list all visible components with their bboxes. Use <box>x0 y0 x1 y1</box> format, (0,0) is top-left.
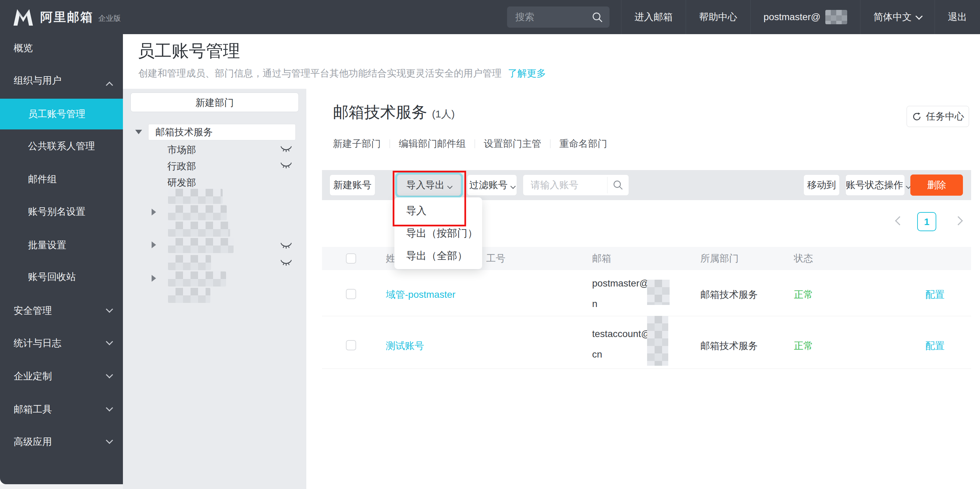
task-center-label: 任务中心 <box>926 110 964 123</box>
row-checkbox[interactable] <box>346 340 356 350</box>
filter-label: 过滤账号 <box>469 180 508 190</box>
account-toolbar: 新建账号 导入导出 过滤账号 移动到 账号状态操作 删除 <box>322 170 971 200</box>
account-search-button[interactable] <box>607 177 628 193</box>
logout-label: 退出 <box>948 0 967 34</box>
filter-accounts-button[interactable]: 过滤账号 <box>467 175 517 196</box>
chevron-down-icon <box>510 184 515 189</box>
tree-expander-closed-icon[interactable] <box>152 209 156 215</box>
prev-page-icon[interactable] <box>895 216 904 225</box>
column-header-empno: 工号 <box>486 247 505 270</box>
sidebar-item-employee-accounts[interactable]: 员工账号管理 <box>0 99 123 129</box>
sidebar-item-stats-logs[interactable]: 统计与日志 <box>0 335 123 351</box>
sidebar-item-recycle-bin[interactable]: 账号回收站 <box>0 269 123 285</box>
divider <box>475 139 475 148</box>
sidebar-item-alias-settings[interactable]: 账号别名设置 <box>0 204 123 220</box>
top-bar: 阿里邮箱 企业版 进入邮箱 帮助中心 postmaster@ 简体中文 退出 <box>0 0 980 34</box>
sidebar-item-label: 员工账号管理 <box>28 99 85 129</box>
logout-link[interactable]: 退出 <box>935 0 980 34</box>
task-center-button[interactable]: 任务中心 <box>907 106 969 127</box>
chevron-down-icon <box>915 12 923 19</box>
pagination: 1 <box>887 212 975 231</box>
tree-node-redacted[interactable] <box>168 288 210 303</box>
tree-node-redacted[interactable] <box>168 189 223 204</box>
brand-logo: 阿里邮箱 企业版 <box>12 8 121 27</box>
sidebar-item-mail-tools[interactable]: 邮箱工具 <box>0 401 123 417</box>
tree-node-redacted[interactable] <box>168 271 226 287</box>
page-header: 员工账号管理 创建和管理成员、部门信息，通过与管理平台其他功能结合实现更灵活安全… <box>123 34 980 89</box>
email-line1: postmaster@ <box>592 278 649 289</box>
account-name-link[interactable]: 域管-postmaster <box>386 288 455 301</box>
tree-node-rnd[interactable]: 研发部 <box>167 175 196 191</box>
account-name-link[interactable]: 测试账号 <box>386 339 424 352</box>
tree-expander-open-icon[interactable] <box>135 130 142 134</box>
configure-link[interactable]: 配置 <box>925 339 945 352</box>
brand-name: 阿里邮箱 <box>40 9 94 25</box>
new-account-button[interactable]: 新建账号 <box>329 175 375 196</box>
language-menu[interactable]: 简体中文 <box>860 0 935 34</box>
chevron-up-icon <box>106 81 113 89</box>
tree-expander-closed-icon[interactable] <box>152 241 156 248</box>
search-icon[interactable] <box>592 12 603 23</box>
sidebar-item-label: 邮箱工具 <box>14 401 52 417</box>
learn-more-link[interactable]: 了解更多 <box>508 68 546 78</box>
delete-button[interactable]: 删除 <box>910 175 963 196</box>
sidebar-item-label: 账号别名设置 <box>28 204 85 220</box>
account-search[interactable] <box>523 175 629 196</box>
help-center-link[interactable]: 帮助中心 <box>686 0 750 34</box>
sidebar-item-org-users[interactable]: 组织与用户 <box>0 72 123 89</box>
next-page-icon[interactable] <box>954 216 963 225</box>
page-subtitle-text: 创建和管理成员、部门信息，通过与管理平台其他功能结合实现更灵活安全的用户管理 <box>138 68 502 78</box>
tree-node-redacted[interactable] <box>168 255 211 270</box>
tree-node-marketing[interactable]: 市场部 <box>167 142 196 158</box>
eye-closed-icon <box>281 145 292 153</box>
tree-node-redacted[interactable] <box>168 238 234 253</box>
tree-node-admin[interactable]: 行政部 <box>167 158 196 175</box>
action-new-subdept[interactable]: 新建子部门 <box>333 137 381 150</box>
search-icon <box>612 180 624 191</box>
account-label: postmaster@ <box>764 0 821 34</box>
sidebar-item-public-contacts[interactable]: 公共联系人管理 <box>0 138 123 155</box>
select-all-checkbox[interactable] <box>346 253 356 264</box>
language-label: 简体中文 <box>873 0 912 34</box>
tree-node-root-selected[interactable]: 邮箱技术服务 <box>148 124 296 140</box>
eye-closed-icon <box>281 162 292 169</box>
dept-cell: 邮箱技术服务 <box>700 339 758 352</box>
sidebar-item-mail-groups[interactable]: 邮件组 <box>0 171 123 188</box>
sidebar-item-label: 批量设置 <box>28 237 66 253</box>
move-to-button[interactable]: 移动到 <box>803 175 840 196</box>
sidebar-item-overview[interactable]: 概览 <box>0 40 123 56</box>
tree-node-redacted[interactable] <box>168 205 227 220</box>
account-status-ops-button[interactable]: 账号状态操作 <box>845 175 905 196</box>
account-search-input[interactable] <box>523 175 605 195</box>
status-badge: 正常 <box>794 339 813 352</box>
sidebar-item-batch-settings[interactable]: 批量设置 <box>0 237 123 253</box>
column-header-status: 状态 <box>794 247 813 270</box>
alimail-m-icon <box>12 8 34 27</box>
sidebar-item-advanced-apps[interactable]: 高级应用 <box>0 434 123 450</box>
eye-closed-icon <box>281 242 292 250</box>
sidebar-item-security[interactable]: 安全管理 <box>0 303 123 319</box>
new-department-button[interactable]: 新建部门 <box>130 92 299 112</box>
tree-expander-closed-icon[interactable] <box>152 275 156 282</box>
row-checkbox[interactable] <box>346 289 356 299</box>
action-edit-dept-group[interactable]: 编辑部门邮件组 <box>399 137 466 150</box>
configure-link[interactable]: 配置 <box>925 288 945 301</box>
department-actions: 新建子部门 编辑部门邮件组 设置部门主管 重命名部门 <box>333 137 607 150</box>
import-export-dropdown: 导入 导出（按部门） 导出（全部） <box>395 198 482 269</box>
chevron-down-icon <box>106 338 113 345</box>
menu-item-export-all[interactable]: 导出（全部） <box>395 244 482 267</box>
department-panel: 新建部门 邮箱技术服务 市场部 行政部 研发部 <box>123 89 306 489</box>
action-set-dept-manager[interactable]: 设置部门主管 <box>484 137 541 150</box>
account-menu[interactable]: postmaster@ <box>750 0 860 34</box>
tree-node-redacted[interactable] <box>168 221 230 237</box>
import-export-button[interactable]: 导入导出 <box>397 175 461 196</box>
global-search[interactable] <box>507 6 609 28</box>
enter-mailbox-link[interactable]: 进入邮箱 <box>621 0 686 34</box>
current-page-button[interactable]: 1 <box>917 212 936 231</box>
sidebar-item-enterprise-custom[interactable]: 企业定制 <box>0 368 123 384</box>
menu-item-export-by-dept[interactable]: 导出（按部门） <box>395 222 482 244</box>
menu-item-import[interactable]: 导入 <box>395 199 482 222</box>
sidebar-item-label: 概览 <box>14 40 33 56</box>
divider <box>550 139 550 148</box>
action-rename-dept[interactable]: 重命名部门 <box>559 137 607 150</box>
